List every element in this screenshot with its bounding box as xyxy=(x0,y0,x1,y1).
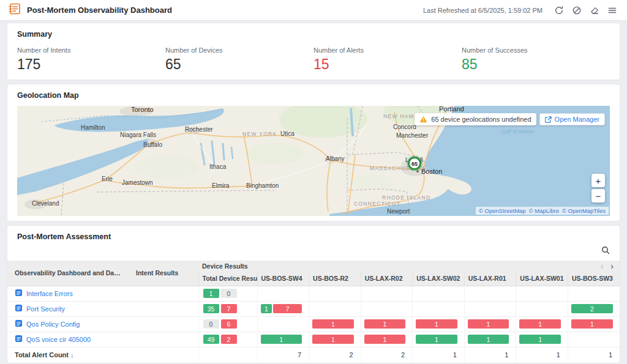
result-badge-alert[interactable]: 1 xyxy=(364,335,406,344)
map-canvas[interactable]: TorontoHamiltonNiagara FallsBuffaloRoche… xyxy=(17,106,610,216)
column-pager: ‹ › xyxy=(601,261,614,271)
device-result-cell xyxy=(257,286,309,301)
map-city-label: Ithaca xyxy=(209,163,227,170)
footer-alert-count: 2 xyxy=(361,347,413,363)
stat-number-of-alerts: Number of Alerts 15 xyxy=(314,46,462,72)
external-link-icon xyxy=(545,116,552,123)
col-header-us-lax-r01[interactable]: US-LAX-R01 xyxy=(464,271,516,286)
map-state-label: CONNECTICUT xyxy=(354,201,400,207)
result-badge-alert[interactable]: 1 xyxy=(416,319,457,329)
slash-circle-icon[interactable] xyxy=(571,4,583,17)
result-badge-alert[interactable]: 1 xyxy=(571,319,613,329)
result-badge-alert[interactable]: 1 xyxy=(312,335,354,344)
intent-link[interactable]: QoS voice cir 405000 xyxy=(26,336,91,343)
result-badge-success[interactable]: 35 xyxy=(203,304,219,313)
intent-link[interactable]: Qos Policy Config xyxy=(26,321,80,328)
result-badge-alert[interactable]: 1 xyxy=(364,319,406,329)
warning-text: 65 device geolocations undefined xyxy=(431,116,531,123)
open-manager-link[interactable]: Open Manager xyxy=(539,113,605,125)
col-header-us-bos-sw4[interactable]: US-BOS-SW4 xyxy=(257,271,309,286)
device-result-cell xyxy=(464,301,516,316)
device-result-cell: 2 xyxy=(568,301,620,316)
attribution-maplibre[interactable]: © MapLibre xyxy=(529,207,559,214)
map-state-label: NEW YORK xyxy=(242,131,277,137)
device-result-cell xyxy=(257,316,309,332)
intent-link[interactable]: Port Security xyxy=(26,305,65,313)
result-badge-success[interactable]: 1 xyxy=(261,304,272,313)
footer-alert-count: 1 xyxy=(413,347,465,363)
warning-icon xyxy=(419,116,427,123)
col-header-intent-results[interactable]: Intent Results xyxy=(129,261,198,286)
total-alert-count-label[interactable]: Total Alert Count↓ xyxy=(7,347,129,363)
col-header-us-bos-r2[interactable]: US-BOS-R2 xyxy=(309,271,361,286)
zoom-control: + − xyxy=(591,174,605,202)
zoom-in-button[interactable]: + xyxy=(591,174,605,187)
result-badge-alert[interactable]: 1 xyxy=(519,319,561,329)
result-badge-neutral[interactable]: 0 xyxy=(203,319,219,329)
result-badge-alert[interactable]: 2 xyxy=(221,335,237,344)
footer-alert-count: 7 xyxy=(257,347,309,363)
map-city-label: Elmira xyxy=(212,182,230,189)
stat-value: 15 xyxy=(314,58,462,72)
result-badge-alert[interactable]: 6 xyxy=(221,319,237,329)
page-title: Post-Mortem Observability Dashboard xyxy=(27,6,172,15)
search-icon[interactable] xyxy=(601,246,610,257)
stat-number-of-intents: Number of Intents 175 xyxy=(17,46,165,72)
attribution-openstreetmap[interactable]: © OpenStreetMap xyxy=(479,207,526,214)
result-badge-success[interactable]: 1 xyxy=(468,335,509,344)
map-city-label: Binghamton xyxy=(246,182,279,189)
col-header-total-device-results[interactable]: Total Device Results xyxy=(198,271,257,286)
col-header-us-lax-sw01[interactable]: US-LAX-SW01 xyxy=(516,271,568,286)
pager-next-icon[interactable]: › xyxy=(610,262,614,270)
result-badge-neutral[interactable]: 0 xyxy=(221,289,237,298)
result-badge-alert[interactable]: 1 xyxy=(468,319,509,329)
map-cluster-marker[interactable]: 65 xyxy=(407,155,422,171)
col-header-dashboard-group[interactable]: Observability Dashboard and Dashboard Gr… xyxy=(7,261,129,286)
result-badge-success[interactable]: 1 xyxy=(519,335,561,344)
intent-icon xyxy=(15,289,23,298)
summary-stats: Number of Intents 175 Number of Devices … xyxy=(17,46,610,72)
device-result-cell: 1 xyxy=(464,332,516,347)
result-badge-alert[interactable]: 1 xyxy=(312,319,354,329)
col-header-us-lax-r02[interactable]: US-LAX-R02 xyxy=(361,271,413,286)
col-header-us-bos-sw3[interactable]: US-BOS-SW3 xyxy=(568,271,620,286)
stat-number-of-successes: Number of Successes 85 xyxy=(462,46,610,72)
footer-alert-count: 1 xyxy=(464,347,516,363)
device-result-cell xyxy=(309,286,361,301)
eraser-icon[interactable] xyxy=(588,4,601,17)
device-result-cell: 1 xyxy=(361,332,413,347)
device-result-cell: 1 xyxy=(413,332,465,347)
device-result-cell xyxy=(361,286,413,301)
device-result-cell: 1 xyxy=(568,316,620,332)
device-result-cell xyxy=(516,301,568,316)
map-city-label: Manchester xyxy=(396,132,429,139)
map-city-label: Rochester xyxy=(185,126,213,133)
summary-card: Summary Number of Intents 175 Number of … xyxy=(7,23,620,80)
result-badge-success[interactable]: 49 xyxy=(203,335,219,344)
pager-prev-icon[interactable]: ‹ xyxy=(601,262,604,270)
result-badge-alert[interactable]: 7 xyxy=(221,304,237,313)
total-device-results-cell: 10 xyxy=(198,286,257,301)
result-badge-alert[interactable]: 7 xyxy=(273,304,302,313)
col-header-us-lax-sw02[interactable]: US-LAX-SW02 xyxy=(413,271,465,286)
app-logo-icon xyxy=(9,2,21,18)
stat-label: Number of Devices xyxy=(165,46,314,54)
stat-value: 175 xyxy=(17,58,165,72)
intent-link[interactable]: Interface Errors xyxy=(26,290,73,297)
map-city-label: Toronto xyxy=(131,106,154,113)
cluster-count: 65 xyxy=(411,161,418,167)
menu-icon[interactable] xyxy=(606,4,618,17)
result-badge-success[interactable]: 2 xyxy=(571,304,613,313)
stat-label: Number of Successes xyxy=(462,46,610,54)
refresh-icon[interactable] xyxy=(553,4,565,17)
result-badge-success[interactable]: 1 xyxy=(203,289,219,298)
topbar: Post-Mortem Observability Dashboard Last… xyxy=(0,0,627,21)
result-badge-success[interactable]: 1 xyxy=(261,335,302,344)
assessment-title: Post-Mortem Assessment xyxy=(7,232,620,241)
map-city-label: Albany xyxy=(326,155,345,162)
result-badge-success[interactable]: 1 xyxy=(416,335,457,344)
intent-name-cell: Interface Errors xyxy=(7,286,129,301)
map-city-label: Portland xyxy=(439,106,464,113)
zoom-out-button[interactable]: − xyxy=(591,189,605,202)
attribution-openmaptiles[interactable]: © OpenMapTiles xyxy=(562,207,606,214)
